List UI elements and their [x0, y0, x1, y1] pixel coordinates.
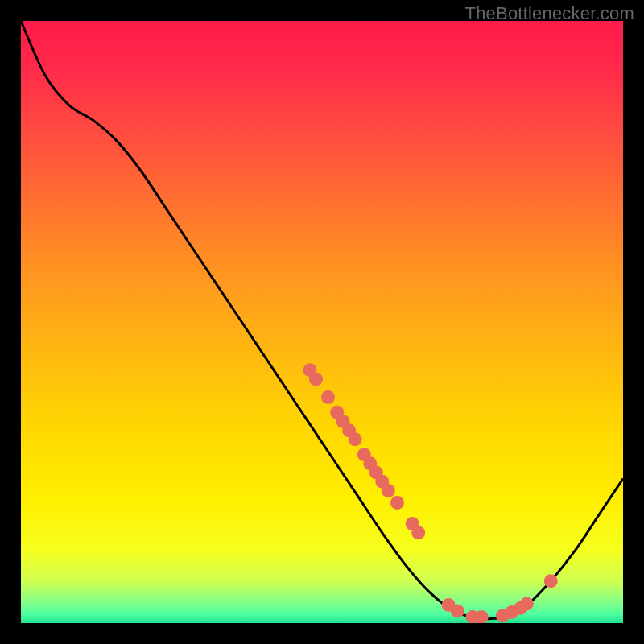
- marker-point: [309, 373, 323, 386]
- marker-point: [382, 484, 395, 497]
- marker-point: [321, 390, 335, 404]
- marker-point: [390, 496, 404, 510]
- marker-point: [349, 432, 362, 446]
- attribution-text: TheBottlenecker.com: [465, 3, 634, 24]
- marker-point: [544, 574, 558, 588]
- marker-point: [451, 605, 464, 618]
- bottleneck-chart: [21, 21, 623, 623]
- marker-point: [520, 597, 534, 611]
- gradient-background: [21, 21, 623, 623]
- marker-point: [411, 526, 425, 539]
- chart-svg: [21, 21, 623, 623]
